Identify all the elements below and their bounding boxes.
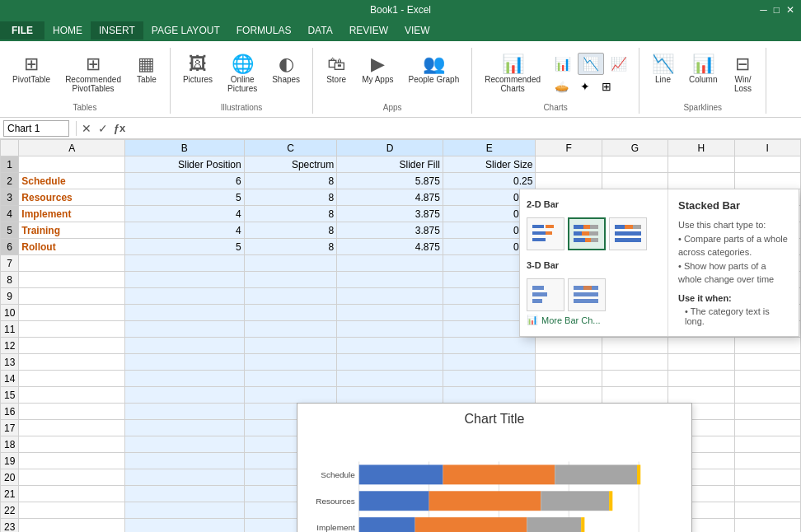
name-box[interactable]	[3, 120, 69, 137]
cell-r17c1[interactable]	[124, 420, 244, 436]
col-header-e[interactable]: E	[443, 140, 536, 156]
cell-r12c4[interactable]	[443, 338, 536, 354]
cell-r5c1[interactable]: 4	[124, 222, 244, 239]
cell-r22c1[interactable]	[124, 502, 244, 519]
cell-r12c2[interactable]	[244, 338, 337, 354]
cell-r16c1[interactable]	[124, 404, 244, 420]
cell-r15c1[interactable]	[124, 387, 244, 404]
row-header-15[interactable]: 15	[1, 387, 19, 404]
cell-r14c5[interactable]	[536, 371, 602, 387]
cell-r11c3[interactable]	[337, 321, 443, 338]
cell-r19c1[interactable]	[124, 453, 244, 469]
cell-r2c8[interactable]	[734, 173, 800, 189]
cell-r15c5[interactable]	[536, 387, 602, 404]
cell-r14c7[interactable]	[668, 371, 734, 387]
cell-r21c0[interactable]	[19, 486, 125, 502]
clustered-bar-icon[interactable]	[527, 217, 564, 250]
people-graph-btn[interactable]: 👥 People Graph	[402, 51, 465, 88]
recommended-pivottables-btn[interactable]: ⊞ RecommendedPivotTables	[59, 51, 127, 97]
cell-r12c5[interactable]	[536, 338, 602, 354]
cell-r13c6[interactable]	[602, 354, 668, 371]
cell-r9c2[interactable]	[244, 288, 337, 305]
cell-r11c1[interactable]	[124, 321, 244, 338]
cell-r9c3[interactable]	[337, 288, 443, 305]
row-header-20[interactable]: 20	[1, 469, 19, 486]
sparkline-winloss-btn[interactable]: ⊟ Win/Loss	[726, 51, 759, 97]
cell-r12c0[interactable]	[19, 338, 125, 354]
formula-input[interactable]	[129, 121, 798, 136]
cell-r2c5[interactable]	[536, 173, 602, 189]
cell-r2c2[interactable]: 8	[244, 173, 337, 189]
row-header-10[interactable]: 10	[1, 305, 19, 321]
my-apps-btn[interactable]: ▶ My Apps	[356, 51, 399, 88]
cell-r1c5[interactable]	[536, 156, 602, 173]
cell-r14c4[interactable]	[443, 371, 536, 387]
cancel-formula-icon[interactable]: ✕	[80, 122, 93, 135]
pictures-btn[interactable]: 🖼 Pictures	[177, 51, 218, 88]
cell-r2c0[interactable]: Schedule	[19, 173, 125, 189]
pivottable-btn[interactable]: ⊞ PivotTable	[7, 51, 56, 88]
cell-r15c8[interactable]	[734, 387, 800, 404]
row-header-14[interactable]: 14	[1, 371, 19, 387]
cell-r1c4[interactable]: Slider Size	[443, 156, 536, 173]
cell-r8c3[interactable]	[337, 272, 443, 288]
stacked-bar-icon[interactable]	[568, 217, 606, 250]
cell-r21c8[interactable]	[734, 486, 800, 502]
menu-page-layout[interactable]: PAGE LAYOUT	[143, 21, 228, 40]
cell-r7c2[interactable]	[244, 255, 337, 272]
row-header-23[interactable]: 23	[1, 519, 19, 533]
pie-chart-btn[interactable]: 🥧	[550, 77, 574, 96]
cell-r7c3[interactable]	[337, 255, 443, 272]
menu-formulas[interactable]: FORMULAS	[228, 21, 300, 40]
cell-r14c8[interactable]	[734, 371, 800, 387]
cell-r15c6[interactable]	[602, 387, 668, 404]
insert-function-icon[interactable]: ƒx	[113, 122, 126, 135]
cell-r13c7[interactable]	[668, 354, 734, 371]
cell-r2c3[interactable]: 5.875	[337, 173, 443, 189]
cell-r4c1[interactable]: 4	[124, 206, 244, 222]
cell-r1c0[interactable]	[19, 156, 125, 173]
maximize-icon[interactable]: □	[774, 4, 780, 16]
cell-r6c0[interactable]: Rollout	[19, 239, 125, 255]
cell-r1c3[interactable]: Slider Fill	[337, 156, 443, 173]
cell-r7c1[interactable]	[124, 255, 244, 272]
menu-data[interactable]: DATA	[299, 21, 340, 40]
cell-r20c1[interactable]	[124, 469, 244, 486]
cell-r23c8[interactable]	[734, 519, 800, 533]
row-header-2[interactable]: 2	[1, 173, 19, 189]
cell-r13c4[interactable]	[443, 354, 536, 371]
col-header-h[interactable]: H	[668, 140, 734, 156]
cell-r22c8[interactable]	[734, 502, 800, 519]
cell-r19c8[interactable]	[734, 453, 800, 469]
cell-r13c3[interactable]	[337, 354, 443, 371]
row-header-4[interactable]: 4	[1, 206, 19, 222]
scatter-chart-btn[interactable]: ✦	[575, 77, 595, 96]
cell-r16c0[interactable]	[19, 404, 125, 420]
cell-r10c3[interactable]	[337, 305, 443, 321]
cell-r10c0[interactable]	[19, 305, 125, 321]
menu-insert[interactable]: INSERT	[91, 21, 143, 40]
cell-r2c6[interactable]	[602, 173, 668, 189]
cell-r18c8[interactable]	[734, 436, 800, 453]
row-header-21[interactable]: 21	[1, 486, 19, 502]
cell-r15c2[interactable]	[244, 387, 337, 404]
col-header-g[interactable]: G	[602, 140, 668, 156]
cell-r3c0[interactable]: Resources	[19, 189, 125, 206]
cell-r5c0[interactable]: Training	[19, 222, 125, 239]
table-btn[interactable]: ▦ Table	[130, 51, 163, 88]
cell-r11c2[interactable]	[244, 321, 337, 338]
cell-r6c3[interactable]: 4.875	[337, 239, 443, 255]
cell-r1c1[interactable]: Slider Position	[124, 156, 244, 173]
more-charts-btn[interactable]: ⊞	[597, 77, 616, 96]
row-header-1[interactable]: 1	[1, 156, 19, 173]
cell-r1c8[interactable]	[734, 156, 800, 173]
column-chart-btn[interactable]: 📊	[550, 53, 576, 75]
cell-r3c1[interactable]: 5	[124, 189, 244, 206]
100pct-bar-icon[interactable]	[609, 217, 647, 250]
cell-r16c8[interactable]	[734, 404, 800, 420]
row-header-5[interactable]: 5	[1, 222, 19, 239]
cell-r4c0[interactable]: Implement	[19, 206, 125, 222]
row-header-9[interactable]: 9	[1, 288, 19, 305]
row-header-3[interactable]: 3	[1, 189, 19, 206]
sparkline-line-btn[interactable]: 📉 Line	[646, 51, 680, 88]
